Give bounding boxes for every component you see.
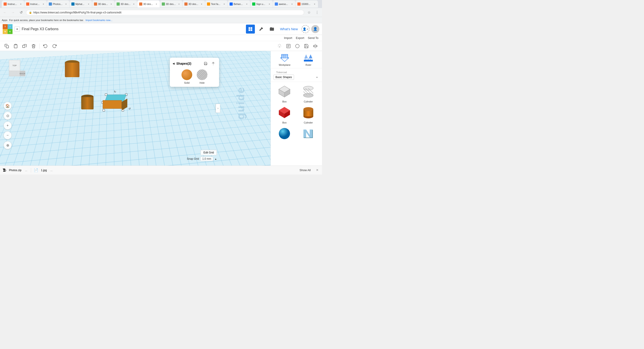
svg-point-45 (304, 107, 313, 111)
import-button[interactable]: Import (284, 36, 292, 40)
shape-item-cylinder-outline[interactable]: Cylinder (298, 84, 320, 103)
snap-value-control[interactable]: 1.0 mm (200, 156, 213, 161)
header-right: What's New 👤+ 👤 (246, 24, 319, 34)
tab-close-11[interactable]: × (245, 2, 248, 6)
shape-item-text-3d[interactable] (298, 126, 320, 142)
mirror-button[interactable] (311, 42, 319, 50)
screenshot-button[interactable] (268, 24, 276, 34)
shape-item-box-outline[interactable]: Box (274, 84, 296, 103)
back-button[interactable]: ← (2, 10, 8, 16)
tab-close-12[interactable]: × (268, 2, 271, 6)
tab-close-10[interactable]: × (223, 2, 226, 6)
shape-item-cylinder-orange[interactable]: Cylinder (298, 105, 320, 124)
redo-button[interactable] (50, 42, 58, 50)
tab-13[interactable]: aweso... × (273, 0, 295, 8)
tab-14[interactable]: 15000... × (296, 0, 318, 8)
tab-11[interactable]: Behan... × (228, 0, 250, 8)
tab-4[interactable]: Mphat... × (70, 0, 92, 8)
shape-item-box-red[interactable]: Box (274, 105, 296, 124)
refresh-button[interactable]: ↺ (18, 10, 24, 16)
tab-close-13[interactable]: × (290, 2, 294, 6)
copy-button[interactable] (3, 42, 11, 50)
tab-8[interactable]: 3D des... × (160, 0, 182, 8)
box-object[interactable]: ↻ ↺ (103, 95, 127, 110)
tab-9[interactable]: 3D des... × (182, 0, 205, 8)
hole-label: Hole (200, 82, 205, 84)
tab-1[interactable]: Instruc... × (2, 0, 24, 8)
tab-close-7[interactable]: × (155, 2, 158, 6)
more-button[interactable]: ⋮ (314, 10, 320, 16)
home-view-button[interactable]: 🏠 (4, 102, 12, 110)
file1-menu[interactable]: ... (24, 169, 28, 172)
show-all-button[interactable]: Show All (298, 168, 312, 173)
tab-favicon-13 (275, 2, 278, 6)
light-button[interactable] (276, 42, 284, 50)
zoom-in-button[interactable]: + (4, 122, 12, 130)
orbit-button[interactable]: ⊙ (4, 112, 12, 120)
panel-collapse-button[interactable]: › (216, 104, 220, 113)
tab-12[interactable]: Sign u... × (250, 0, 273, 8)
shape-options: Solid Hole (172, 69, 216, 84)
undo-button[interactable] (42, 42, 50, 50)
duplicate-button[interactable] (20, 42, 29, 50)
tab-2[interactable]: Instruc... × (24, 0, 47, 8)
tinkercad-logo: T I N K (3, 24, 12, 34)
grid-view-button[interactable] (246, 24, 255, 34)
tab-close-6[interactable]: × (132, 2, 136, 6)
whats-new-button[interactable]: What's New (278, 26, 300, 32)
tab-3[interactable]: Photos... × (47, 0, 69, 8)
tools-button[interactable] (257, 24, 266, 34)
user-avatar[interactable]: 👤 (311, 25, 319, 33)
tab-close-3[interactable]: × (64, 2, 68, 6)
cylinder-object-1[interactable] (65, 60, 80, 78)
ruler-item[interactable]: Ruler (303, 53, 314, 66)
bookmark-button[interactable]: ☆ (306, 10, 312, 16)
tab-favicon-12 (252, 2, 255, 6)
tab-close-4[interactable]: × (87, 2, 90, 6)
file2-menu[interactable]: ... (50, 169, 54, 172)
zoom-out-button[interactable]: − (4, 131, 12, 140)
import-bookmarks-link[interactable]: Import bookmarks now... (86, 19, 112, 22)
shapes-panel-save-icon[interactable] (202, 60, 209, 67)
shape-item-sphere-blue[interactable] (274, 126, 296, 142)
svg-rect-5 (270, 28, 274, 31)
tab-title-6: 3D des... (120, 3, 131, 5)
tab-close-1[interactable]: × (19, 2, 22, 6)
hole-option[interactable]: Hole (197, 69, 208, 84)
shapes-panel-collapse-arrow[interactable]: ◀ (172, 62, 174, 65)
delete-button[interactable] (30, 42, 38, 50)
tab-close-5[interactable]: × (110, 2, 113, 6)
menu-button[interactable]: ≡ (14, 26, 20, 32)
cylinder-object-2[interactable] (81, 95, 94, 110)
snap-up-arrow[interactable]: ▲ (214, 158, 217, 160)
tab-close-9[interactable]: × (200, 2, 203, 6)
add-user-button[interactable]: 👤+ (302, 25, 310, 33)
shapes-panel-light-icon[interactable] (210, 60, 216, 67)
tab-6[interactable]: 3D des... × (115, 0, 137, 8)
file1-name: Photos.zip (9, 169, 22, 172)
save-button[interactable] (302, 42, 310, 50)
send-to-button[interactable]: Send To (308, 36, 318, 40)
tab-10[interactable]: Text fa... × (205, 0, 228, 8)
tab-5[interactable]: 3D des... × (92, 0, 114, 8)
edit-grid-button[interactable]: Edit Grid (200, 150, 217, 155)
app-main: T I N K ≡ Final Pegs X3 Carbons (0, 23, 322, 174)
tab-close-14[interactable]: × (313, 2, 316, 6)
tab-close-2[interactable]: × (42, 2, 45, 6)
workplane-item[interactable]: Workplane (279, 53, 290, 66)
export-button[interactable]: Export (296, 36, 304, 40)
note-button[interactable] (284, 42, 292, 50)
workplane-label: Workplane (279, 64, 290, 66)
solid-option[interactable]: Solid (182, 69, 192, 84)
bottom-close-button[interactable]: × (315, 168, 319, 172)
library-dropdown[interactable]: Basic Shapes (274, 74, 294, 80)
address-bar[interactable]: 🔒 https://www.tinkercad.com/things/9Bk4P… (26, 10, 304, 15)
zoom-fit-button[interactable]: ⊕ (4, 141, 12, 149)
circle-button[interactable] (293, 42, 302, 50)
solid-sphere (182, 69, 192, 80)
tab-close-8[interactable]: × (178, 2, 180, 6)
forward-button[interactable]: → (10, 10, 16, 16)
paste-button[interactable] (12, 42, 20, 50)
viewport[interactable]: guide TOP BACK 🏠 ⊙ + − ⊕ (0, 51, 270, 166)
tab-7[interactable]: 3D des... × (138, 0, 160, 8)
